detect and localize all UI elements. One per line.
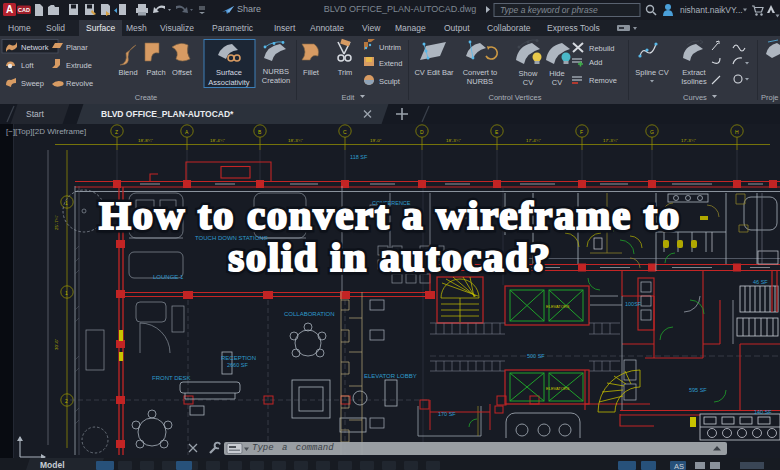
svg-text:Convert to: Convert to bbox=[463, 68, 498, 77]
svg-text:A: A bbox=[6, 4, 13, 15]
svg-text:CAD: CAD bbox=[18, 7, 30, 13]
svg-text:17'-3¾": 17'-3¾" bbox=[681, 138, 696, 143]
svg-text:Loft: Loft bbox=[21, 61, 34, 70]
svg-text:18'-4¾": 18'-4¾" bbox=[210, 138, 225, 143]
svg-text:CV: CV bbox=[552, 78, 562, 87]
svg-text:Patch: Patch bbox=[146, 68, 165, 77]
svg-text:118 SF: 118 SF bbox=[350, 154, 368, 160]
svg-text:30'-6": 30'-6" bbox=[54, 338, 59, 350]
svg-text:17'-4¾": 17'-4¾" bbox=[526, 138, 541, 143]
svg-text:17'-3¾": 17'-3¾" bbox=[603, 138, 618, 143]
svg-text:Extract: Extract bbox=[682, 68, 706, 77]
svg-text:A: A bbox=[185, 129, 189, 135]
svg-text:nishant.naikVY...: nishant.naikVY... bbox=[680, 5, 743, 15]
svg-text:Associativity: Associativity bbox=[208, 78, 250, 87]
svg-text:46 SF: 46 SF bbox=[753, 279, 768, 285]
svg-text:ELEVATOR LOBBY: ELEVATOR LOBBY bbox=[364, 373, 417, 379]
svg-text:Proje: Proje bbox=[761, 93, 779, 102]
svg-text:Z: Z bbox=[115, 129, 118, 135]
svg-text:Control Vertices: Control Vertices bbox=[489, 93, 542, 102]
svg-text:Creation: Creation bbox=[262, 76, 290, 85]
svg-text:Sweep: Sweep bbox=[21, 79, 44, 88]
svg-text:AS: AS bbox=[674, 462, 684, 470]
svg-text:Model: Model bbox=[40, 460, 65, 470]
svg-text:2660 SF: 2660 SF bbox=[227, 362, 248, 368]
svg-text:18'-3¾": 18'-3¾" bbox=[446, 138, 461, 143]
svg-text:18'-3¾": 18'-3¾" bbox=[288, 138, 303, 143]
svg-text:Extend: Extend bbox=[379, 59, 402, 68]
svg-text:Sculpt: Sculpt bbox=[379, 77, 401, 86]
svg-text:100SF: 100SF bbox=[625, 301, 642, 307]
svg-text:Isolines: Isolines bbox=[681, 77, 707, 86]
svg-text:Surface: Surface bbox=[216, 68, 242, 77]
svg-text:RECEPTION: RECEPTION bbox=[221, 355, 256, 361]
svg-text:G: G bbox=[650, 129, 654, 135]
svg-text:FRONT DESK: FRONT DESK bbox=[152, 375, 191, 381]
svg-text:Blend: Blend bbox=[118, 68, 137, 77]
svg-text:COLLABORATION: COLLABORATION bbox=[284, 311, 335, 317]
svg-text:Remove: Remove bbox=[589, 76, 617, 85]
svg-text:Revolve: Revolve bbox=[66, 79, 93, 88]
svg-text:CV: CV bbox=[523, 78, 533, 87]
svg-text:Show: Show bbox=[519, 69, 538, 78]
svg-text:Fillet: Fillet bbox=[303, 68, 320, 77]
svg-text:Create: Create bbox=[135, 93, 158, 102]
svg-text:D: D bbox=[420, 129, 424, 135]
svg-text:Type a keyword or phrase: Type a keyword or phrase bbox=[500, 5, 598, 15]
svg-text:170 SF: 170 SF bbox=[438, 411, 456, 417]
svg-text:1: 1 bbox=[65, 290, 68, 296]
svg-text:Edit: Edit bbox=[342, 93, 356, 102]
svg-text:H: H bbox=[735, 129, 739, 135]
svg-text:NURBS: NURBS bbox=[263, 67, 289, 76]
svg-text:Offset: Offset bbox=[172, 68, 193, 77]
svg-text:140 SF: 140 SF bbox=[754, 409, 772, 415]
svg-text:Rebuild: Rebuild bbox=[589, 44, 614, 53]
svg-text:Untrim: Untrim bbox=[379, 43, 401, 52]
svg-text:C: C bbox=[343, 129, 347, 135]
svg-text:500 SF: 500 SF bbox=[527, 353, 545, 359]
svg-text:Planar: Planar bbox=[66, 43, 88, 52]
svg-text:595 SF: 595 SF bbox=[689, 387, 707, 393]
svg-text:ELEVATORS: ELEVATORS bbox=[546, 386, 570, 391]
svg-text:Curves: Curves bbox=[683, 93, 707, 102]
svg-text:Network: Network bbox=[21, 43, 49, 52]
svg-text:CV Edit Bar: CV Edit Bar bbox=[414, 68, 454, 77]
svg-text:B: B bbox=[258, 129, 262, 135]
svg-text:19'-0": 19'-0" bbox=[370, 138, 382, 143]
svg-text:NURBS: NURBS bbox=[467, 77, 493, 86]
svg-text:Add: Add bbox=[589, 58, 602, 67]
svg-text:E: E bbox=[495, 129, 499, 135]
svg-text:18'-8¼": 18'-8¼" bbox=[138, 138, 153, 143]
svg-text:Spline CV: Spline CV bbox=[635, 68, 668, 77]
svg-text:Hide: Hide bbox=[549, 69, 564, 78]
svg-text:ELEVATORS: ELEVATORS bbox=[546, 304, 570, 309]
svg-text:Trim: Trim bbox=[338, 68, 353, 77]
svg-text:F: F bbox=[580, 129, 583, 135]
svg-text:Extrude: Extrude bbox=[66, 61, 92, 70]
svg-text:2: 2 bbox=[65, 398, 68, 404]
